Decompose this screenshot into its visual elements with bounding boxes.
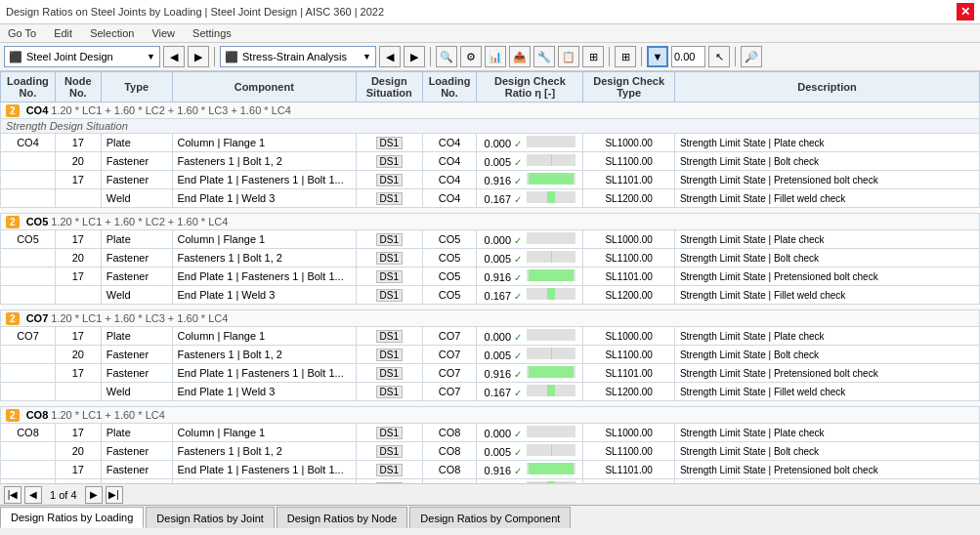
cell-type: Plate bbox=[101, 230, 172, 249]
ratio-bar-fill bbox=[529, 463, 574, 474]
cell-dc-type: SL1101.00 bbox=[583, 171, 675, 189]
table-button[interactable]: ⊞ bbox=[582, 46, 604, 67]
table-row: CO4 17 Plate Column | Flange 1 DS1 CO4 0… bbox=[1, 134, 980, 152]
ratio-value: 0.167 bbox=[485, 387, 512, 398]
expand-button[interactable]: ⊞ bbox=[615, 46, 636, 67]
title-bar: Design Ratios on Steel Joints by Loading… bbox=[0, 0, 980, 24]
tab-by-loading[interactable]: Design Ratios by Loading bbox=[0, 507, 144, 528]
cursor-button[interactable]: ↖ bbox=[708, 46, 730, 67]
search-button[interactable]: 🔍 bbox=[436, 46, 457, 67]
cell-component: Fasteners 1 | Bolt 1, 2 bbox=[172, 152, 356, 171]
ratio-value: 0.167 bbox=[485, 193, 512, 205]
page-info: 1 of 4 bbox=[50, 489, 77, 501]
cell-loading-no2: CO7 bbox=[422, 327, 477, 346]
cell-dc-type: SL1101.00 bbox=[583, 461, 675, 479]
prev-btn2[interactable]: ◀ bbox=[379, 46, 401, 67]
cell-loading-no2: CO7 bbox=[422, 383, 477, 401]
check-ok-icon: ✓ bbox=[514, 235, 522, 246]
cell-loading-no2: CO5 bbox=[422, 268, 477, 286]
tab-by-component[interactable]: Design Ratios by Component bbox=[409, 507, 571, 528]
cell-design-situation: DS1 bbox=[356, 134, 422, 152]
cell-dc-type: SL1200.00 bbox=[583, 286, 675, 305]
cell-type: Weld bbox=[101, 189, 172, 208]
cell-node-no: 17 bbox=[55, 327, 101, 346]
cell-type: Fastener bbox=[101, 461, 172, 479]
group-header-row: 2 CO4 1.20 * LC1 + 1.60 * LC2 + 1.60 * L… bbox=[1, 103, 980, 119]
header-dc-type: Design CheckType bbox=[583, 72, 675, 103]
export-button[interactable]: 📤 bbox=[509, 46, 531, 67]
menu-selection[interactable]: Selection bbox=[86, 26, 138, 40]
separator5 bbox=[735, 47, 736, 66]
tools-button[interactable]: 🔧 bbox=[533, 46, 555, 67]
cell-type: Fastener bbox=[101, 442, 172, 461]
menu-settings[interactable]: Settings bbox=[189, 26, 235, 40]
cell-component: Fasteners 1 | Bolt 1, 2 bbox=[172, 249, 356, 268]
cell-loading-no bbox=[1, 152, 56, 171]
cell-design-situation: DS1 bbox=[356, 383, 422, 401]
cell-loading-no: CO7 bbox=[1, 327, 56, 346]
next-btn2[interactable]: ▶ bbox=[404, 46, 425, 67]
ratio-bar-container bbox=[527, 348, 575, 359]
cell-loading-no2: CO8 bbox=[422, 461, 477, 479]
loading-badge: 2 bbox=[6, 409, 20, 422]
next-page-btn[interactable]: ▶ bbox=[85, 486, 103, 504]
cell-dc-ratio: 0.005 ✓ bbox=[477, 442, 583, 461]
cell-loading-no bbox=[1, 442, 56, 461]
cursor-icon: ↖ bbox=[715, 51, 724, 63]
dropdown1[interactable]: ⬛ Steel Joint Design ▼ bbox=[4, 46, 160, 67]
cell-loading-no2: CO8 bbox=[422, 442, 477, 461]
copy-button[interactable]: 📋 bbox=[558, 46, 579, 67]
last-page-btn[interactable]: ▶| bbox=[106, 486, 123, 504]
tab-by-node[interactable]: Design Ratios by Node bbox=[277, 507, 408, 528]
prev-page-btn[interactable]: ◀ bbox=[24, 486, 42, 504]
ds-badge: DS1 bbox=[376, 289, 403, 302]
tab-by-joint[interactable]: Design Ratios by Joint bbox=[146, 507, 274, 528]
chart-button[interactable]: 📊 bbox=[485, 46, 506, 67]
cell-node-no: 20 bbox=[55, 249, 101, 268]
first-page-btn[interactable]: |◀ bbox=[4, 486, 21, 504]
ratio-bar-container bbox=[527, 463, 575, 474]
check-ok-icon: ✓ bbox=[514, 291, 522, 302]
close-button[interactable]: ✕ bbox=[957, 3, 974, 21]
cell-design-situation: DS1 bbox=[356, 424, 422, 442]
table-row: Weld End Plate 1 | Weld 3 DS1 CO5 0.167 … bbox=[1, 286, 980, 305]
cell-component: Column | Flange 1 bbox=[172, 327, 356, 346]
cell-component: End Plate 1 | Weld 3 bbox=[172, 383, 356, 401]
funnel-button[interactable]: ▼ bbox=[647, 46, 668, 67]
combo-label: 1.20 * LC1 + 1.60 * LC4 bbox=[51, 409, 165, 421]
menu-edit[interactable]: Edit bbox=[50, 26, 76, 40]
menu-goto[interactable]: Go To bbox=[4, 26, 40, 40]
cell-loading-no2: CO4 bbox=[422, 189, 477, 208]
ratio-bar-fill bbox=[551, 154, 552, 166]
header-node-no: NodeNo. bbox=[55, 72, 101, 103]
check-ok-icon: ✓ bbox=[514, 388, 522, 398]
menu-view[interactable]: View bbox=[148, 26, 179, 40]
cell-description: Strength Limit State | Pretensioned bolt… bbox=[674, 364, 979, 383]
dropdown2[interactable]: ⬛ Stress-Strain Analysis ▼ bbox=[220, 46, 376, 67]
table-row: CO8 17 Plate Column | Flange 1 DS1 CO8 0… bbox=[1, 424, 980, 442]
check-ok-icon: ✓ bbox=[514, 466, 522, 476]
ratio-bar-fill bbox=[529, 269, 574, 281]
group-id: CO8 bbox=[26, 409, 49, 421]
ratio-bar-fill bbox=[551, 348, 552, 359]
prev-btn[interactable]: ◀ bbox=[163, 46, 185, 67]
cell-node-no bbox=[55, 286, 101, 305]
value-input-container[interactable]: 0.00 bbox=[671, 46, 705, 67]
copy-icon: 📋 bbox=[562, 51, 575, 63]
ratio-bar-container bbox=[527, 232, 575, 244]
cell-type: Weld bbox=[101, 286, 172, 305]
cell-description: Strength Limit State | Fillet weld check bbox=[674, 189, 979, 208]
separator1 bbox=[214, 47, 215, 66]
table-row: 20 Fastener Fasteners 1 | Bolt 1, 2 DS1 … bbox=[1, 442, 980, 461]
next-btn[interactable]: ▶ bbox=[188, 46, 209, 67]
loading-badge: 2 bbox=[6, 312, 20, 325]
filter-button[interactable]: ⚙ bbox=[460, 46, 482, 67]
cell-description: Strength Limit State | Plate check bbox=[674, 134, 979, 152]
funnel-icon: ▼ bbox=[653, 51, 663, 62]
cell-loading-no2: CO5 bbox=[422, 230, 477, 249]
ratio-bar-fill bbox=[547, 288, 556, 300]
cell-component: End Plate 1 | Fasteners 1 | Bolt 1... bbox=[172, 171, 356, 189]
zoom-button[interactable]: 🔎 bbox=[741, 46, 762, 67]
cell-loading-no bbox=[1, 286, 56, 305]
cell-dc-type: SL1100.00 bbox=[583, 346, 675, 364]
